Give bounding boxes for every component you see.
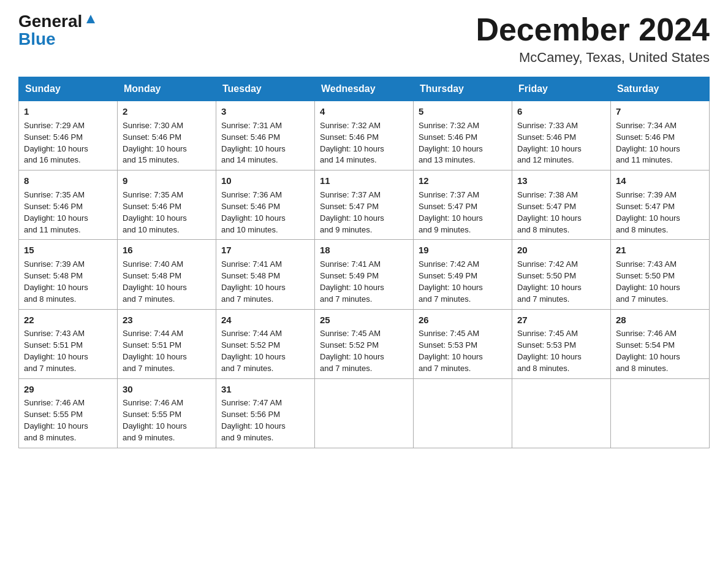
calendar-cell: 28 Sunrise: 7:46 AM Sunset: 5:54 PM Dayl…	[611, 309, 710, 378]
sunset-label: Sunset: 5:56 PM	[221, 410, 280, 419]
sunset-label: Sunset: 5:55 PM	[123, 410, 181, 419]
sunrise-label: Sunrise: 7:42 AM	[419, 259, 479, 269]
daylight-label: Daylight: 10 hours	[24, 352, 88, 361]
sunset-label: Sunset: 5:48 PM	[221, 271, 280, 280]
day-number: 24	[221, 313, 309, 327]
day-number: 6	[517, 105, 605, 118]
sunset-label: Sunset: 5:47 PM	[320, 202, 379, 211]
sunrise-label: Sunrise: 7:34 AM	[616, 121, 677, 130]
sunrise-label: Sunrise: 7:35 AM	[123, 190, 183, 199]
sunrise-label: Sunrise: 7:39 AM	[24, 259, 85, 269]
daylight-label: Daylight: 10 hours	[419, 144, 483, 153]
daylight-label: Daylight: 10 hours	[616, 352, 680, 361]
day-number: 26	[419, 313, 507, 327]
day-number: 18	[320, 243, 408, 257]
calendar-week-row: 15 Sunrise: 7:39 AM Sunset: 5:48 PM Dayl…	[19, 240, 710, 309]
sunrise-label: Sunrise: 7:44 AM	[221, 329, 282, 338]
sunrise-label: Sunrise: 7:43 AM	[24, 329, 85, 338]
calendar-header-row: SundayMondayTuesdayWednesdayThursdayFrid…	[19, 77, 710, 101]
daylight-minutes: and 7 minutes.	[123, 364, 175, 373]
sunrise-label: Sunrise: 7:44 AM	[123, 329, 183, 338]
day-number: 23	[123, 313, 211, 327]
location: McCamey, Texas, United States	[476, 50, 710, 66]
sunset-label: Sunset: 5:50 PM	[517, 271, 576, 280]
daylight-label: Daylight: 10 hours	[517, 213, 582, 223]
daylight-minutes: and 9 minutes.	[221, 433, 273, 442]
day-number: 16	[123, 243, 211, 257]
daylight-label: Daylight: 10 hours	[419, 213, 483, 223]
calendar-header-sunday: Sunday	[19, 77, 118, 101]
daylight-minutes: and 7 minutes.	[419, 364, 471, 373]
sunset-label: Sunset: 5:46 PM	[616, 132, 675, 142]
day-number: 28	[616, 313, 704, 327]
day-number: 13	[517, 174, 605, 188]
daylight-label: Daylight: 10 hours	[123, 352, 187, 361]
daylight-minutes: and 8 minutes.	[24, 294, 76, 304]
sunrise-label: Sunrise: 7:41 AM	[320, 259, 381, 269]
sunset-label: Sunset: 5:50 PM	[616, 271, 675, 280]
day-number: 19	[419, 243, 507, 257]
sunrise-label: Sunrise: 7:43 AM	[616, 259, 677, 269]
calendar-week-row: 29 Sunrise: 7:46 AM Sunset: 5:55 PM Dayl…	[19, 378, 710, 448]
daylight-label: Daylight: 10 hours	[517, 144, 582, 153]
calendar-cell: 18 Sunrise: 7:41 AM Sunset: 5:49 PM Dayl…	[315, 240, 414, 309]
sunset-label: Sunset: 5:52 PM	[320, 340, 379, 350]
daylight-minutes: and 8 minutes.	[616, 225, 668, 234]
calendar-week-row: 22 Sunrise: 7:43 AM Sunset: 5:51 PM Dayl…	[19, 309, 710, 378]
sunrise-label: Sunrise: 7:35 AM	[24, 190, 85, 199]
day-number: 2	[123, 105, 211, 118]
sunrise-label: Sunrise: 7:46 AM	[24, 398, 85, 407]
logo: General Blue	[18, 12, 97, 48]
daylight-minutes: and 9 minutes.	[123, 433, 175, 442]
daylight-label: Daylight: 10 hours	[320, 352, 384, 361]
daylight-minutes: and 14 minutes.	[221, 155, 278, 164]
sunset-label: Sunset: 5:47 PM	[517, 202, 576, 211]
sunrise-label: Sunrise: 7:38 AM	[517, 190, 578, 199]
daylight-minutes: and 11 minutes.	[24, 225, 81, 234]
sunset-label: Sunset: 5:46 PM	[320, 132, 379, 142]
calendar-cell: 4 Sunrise: 7:32 AM Sunset: 5:46 PM Dayli…	[315, 101, 414, 170]
calendar-cell: 8 Sunrise: 7:35 AM Sunset: 5:46 PM Dayli…	[19, 170, 118, 240]
month-title: December 2024	[476, 12, 710, 47]
daylight-label: Daylight: 10 hours	[24, 283, 88, 292]
day-number: 9	[123, 174, 211, 188]
sunrise-label: Sunrise: 7:37 AM	[320, 190, 381, 199]
calendar-cell: 21 Sunrise: 7:43 AM Sunset: 5:50 PM Dayl…	[611, 240, 710, 309]
calendar-cell: 26 Sunrise: 7:45 AM Sunset: 5:53 PM Dayl…	[414, 309, 512, 378]
daylight-label: Daylight: 10 hours	[24, 144, 88, 153]
calendar-cell: 14 Sunrise: 7:39 AM Sunset: 5:47 PM Dayl…	[611, 170, 710, 240]
daylight-minutes: and 15 minutes.	[123, 155, 180, 164]
calendar-week-row: 8 Sunrise: 7:35 AM Sunset: 5:46 PM Dayli…	[19, 170, 710, 240]
sunset-label: Sunset: 5:54 PM	[616, 340, 675, 350]
sunset-label: Sunset: 5:46 PM	[123, 132, 181, 142]
sunset-label: Sunset: 5:46 PM	[221, 202, 280, 211]
calendar-cell: 13 Sunrise: 7:38 AM Sunset: 5:47 PM Dayl…	[512, 170, 611, 240]
sunset-label: Sunset: 5:46 PM	[419, 132, 477, 142]
sunset-label: Sunset: 5:51 PM	[123, 340, 181, 350]
daylight-minutes: and 7 minutes.	[419, 294, 471, 304]
daylight-minutes: and 14 minutes.	[320, 155, 377, 164]
daylight-label: Daylight: 10 hours	[419, 352, 483, 361]
sunrise-label: Sunrise: 7:46 AM	[123, 398, 183, 407]
day-number: 31	[221, 383, 309, 396]
calendar-cell	[611, 378, 710, 448]
day-number: 10	[221, 174, 309, 188]
calendar-header-tuesday: Tuesday	[216, 77, 315, 101]
daylight-minutes: and 7 minutes.	[320, 364, 372, 373]
sunrise-label: Sunrise: 7:42 AM	[517, 259, 578, 269]
sunset-label: Sunset: 5:53 PM	[419, 340, 477, 350]
daylight-label: Daylight: 10 hours	[221, 283, 286, 292]
calendar-cell: 27 Sunrise: 7:45 AM Sunset: 5:53 PM Dayl…	[512, 309, 611, 378]
daylight-minutes: and 12 minutes.	[517, 155, 574, 164]
calendar-cell: 10 Sunrise: 7:36 AM Sunset: 5:46 PM Dayl…	[216, 170, 315, 240]
sunrise-label: Sunrise: 7:39 AM	[616, 190, 677, 199]
daylight-label: Daylight: 10 hours	[123, 421, 187, 431]
sunset-label: Sunset: 5:47 PM	[419, 202, 477, 211]
calendar-cell: 12 Sunrise: 7:37 AM Sunset: 5:47 PM Dayl…	[414, 170, 512, 240]
sunset-label: Sunset: 5:46 PM	[24, 202, 83, 211]
day-number: 11	[320, 174, 408, 188]
calendar-cell: 5 Sunrise: 7:32 AM Sunset: 5:46 PM Dayli…	[414, 101, 512, 170]
sunrise-label: Sunrise: 7:30 AM	[123, 121, 183, 130]
daylight-minutes: and 7 minutes.	[616, 294, 668, 304]
sunrise-label: Sunrise: 7:32 AM	[320, 121, 381, 130]
